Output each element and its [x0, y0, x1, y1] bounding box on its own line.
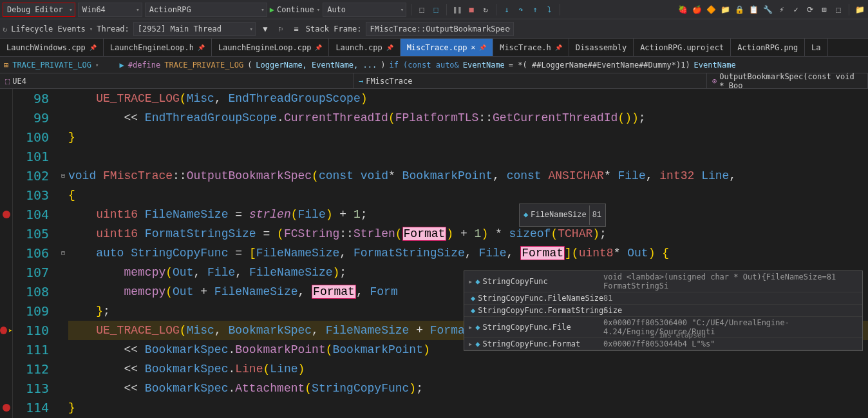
symbol-name[interactable]: TRACE_PRIVATE_LOG — [12, 61, 91, 70]
watch-row[interactable]: ▸◆ StringCopyFunc.Format0x00007ff8053044… — [464, 338, 862, 350]
tool-icon-j[interactable]: ⟳ — [804, 4, 816, 15]
tool-icon-e[interactable]: 🔒 — [733, 4, 745, 15]
code-line[interactable] — [68, 147, 868, 166]
tool-icon-k[interactable]: ⊞ — [818, 4, 830, 15]
step-icon[interactable]: ⤵ — [543, 4, 555, 15]
auto-dropdown[interactable]: Auto — [323, 3, 406, 17]
line-number: 100 — [13, 128, 49, 147]
fold-toggle-icon[interactable]: ⊟ — [58, 243, 68, 263]
code-line[interactable]: uint16 FormatStringSize = (FCString::Str… — [68, 224, 868, 243]
line-number: 112 — [13, 359, 49, 379]
stackframe-dropdown[interactable]: FMiscTrace::OutputBookmarkSpec — [366, 22, 514, 36]
tool-icon-d[interactable]: 📁 — [719, 4, 731, 15]
code-line[interactable]: } — [68, 398, 868, 417]
tool-icon-m[interactable]: 📁 — [854, 4, 865, 15]
line-number: 110 — [13, 321, 49, 340]
pin-icon[interactable]: 📌 — [555, 44, 562, 51]
tool-icon-i[interactable]: ✓ — [790, 4, 802, 15]
tab-misctrace-h[interactable]: MiscTrace.h📌 — [493, 39, 569, 56]
pin-icon[interactable]: 📌 — [90, 44, 97, 51]
restart-icon[interactable]: ↻ — [480, 4, 491, 15]
macro-params: LoggerName, EventName, ... — [256, 61, 377, 70]
tab-disassembly[interactable]: Disassembly — [569, 39, 634, 56]
context-bar: ⬚UE4 →FMiscTrace ⊙OutputBookmarkSpec(con… — [0, 73, 868, 89]
pin-icon[interactable]: 📌 — [386, 44, 393, 51]
lifecycle-dropdown[interactable]: Lifecycle Events — [11, 24, 86, 33]
line-number: 109 — [13, 301, 49, 321]
tab-launchwindows-cpp[interactable]: LaunchWindows.cpp📌 — [0, 39, 104, 56]
line-number: 104 — [13, 205, 49, 224]
code-line[interactable]: { — [68, 185, 868, 205]
pin-icon[interactable]: 📌 — [479, 44, 486, 51]
define-keyword: #define — [128, 61, 161, 70]
step-into-icon[interactable]: ↓ — [501, 4, 513, 15]
pin-icon[interactable]: 📌 — [315, 44, 322, 51]
tab-launch-cpp[interactable]: Launch.cpp📌 — [329, 39, 400, 56]
context-class[interactable]: →FMiscTrace — [354, 73, 707, 88]
context-method[interactable]: ⊙OutputBookmarkSpec(const void * Boo — [707, 73, 868, 88]
tab-misctrace-cpp[interactable]: MiscTrace.cpp✕📌 — [401, 39, 494, 56]
play-icon[interactable]: ▶ — [270, 5, 274, 14]
toolbar-icon-2[interactable]: ⬚ — [430, 4, 442, 15]
continue-button[interactable]: Continue — [277, 5, 314, 14]
watch-row[interactable]: ◆ StringCopyFunc.FormatStringSize6 — [464, 305, 862, 317]
tool-icon-c[interactable]: 🔶 — [705, 4, 717, 15]
fold-toggle-icon[interactable]: ⊟ — [58, 166, 68, 185]
close-icon[interactable]: ✕ — [471, 43, 476, 52]
watch-row[interactable]: ◆ StringCopyFunc.FileNameSize81 — [464, 292, 862, 305]
tab-launchengineloop-cpp[interactable]: LaunchEngineLoop.cpp📌 — [212, 39, 330, 56]
tab-launchengineloop-h[interactable]: LaunchEngineLoop.h📌 — [104, 39, 212, 56]
tool-icon-g[interactable]: 🔧 — [762, 4, 773, 15]
execution-arrow-icon: ➤ — [8, 327, 12, 334]
code-line[interactable]: << BookmarkSpec.Attachment(StringCopyFun… — [68, 379, 868, 398]
line-number: 107 — [13, 263, 49, 282]
tool-icon-h[interactable]: ⚡ — [776, 4, 788, 15]
main-toolbar: Debug Editor Win64 ActionRPG ▶ Continue … — [0, 0, 868, 19]
code-line[interactable]: << BookmarkSpec.Line(Line) — [68, 359, 868, 379]
breakpoint-icon[interactable] — [3, 211, 10, 218]
tool-icon-a[interactable]: 🍓 — [677, 4, 688, 15]
flag-icon[interactable]: ⚐ — [275, 23, 287, 35]
tab-actionrpg-uproject[interactable]: ActionRPG.uproject — [634, 39, 731, 56]
stop-icon[interactable]: ■ — [466, 4, 477, 15]
line-number: 111 — [13, 340, 49, 359]
macro-body-var: EventName — [463, 61, 505, 70]
macro-body-suffix: = *( ##LoggerName##EventName##Dummy*)1) — [509, 61, 690, 70]
pin-icon[interactable]: 📌 — [198, 44, 205, 51]
line-number: 114 — [13, 398, 49, 417]
line-number: 113 — [13, 379, 49, 398]
code-line[interactable]: UE_TRACE_LOG(Misc, EndThreadGroupScope) — [68, 89, 868, 108]
code-line[interactable]: } — [68, 128, 868, 147]
config-dropdown[interactable]: Debug Editor — [3, 3, 75, 17]
tool-icon-b[interactable]: 🍎 — [691, 4, 703, 15]
code-line[interactable]: uint16 FileNameSize = strlen(File) + 1; — [68, 205, 868, 224]
breakpoint-icon[interactable] — [0, 327, 7, 334]
thread-label: Thread: — [97, 24, 129, 33]
pause-icon[interactable]: ❚❚ — [451, 4, 463, 15]
tab-la[interactable]: La — [805, 39, 827, 56]
step-over-icon[interactable]: ↷ — [515, 4, 527, 15]
fold-gutter[interactable]: ⊟⊟ — [58, 89, 68, 418]
tool-icon-f[interactable]: 📋 — [748, 4, 759, 15]
breakpoint-gutter[interactable]: ➤ — [0, 89, 13, 418]
step-out-icon[interactable]: ↑ — [529, 4, 541, 15]
context-scope[interactable]: ⬚UE4 — [0, 73, 354, 88]
code-line[interactable]: void FMiscTrace::OutputBookmarkSpec(cons… — [68, 166, 868, 185]
platform-dropdown[interactable]: Win64 — [78, 3, 142, 17]
watch-row[interactable]: ▸◆ StringCopyFuncvoid <lambda>(unsigned … — [464, 271, 862, 292]
tab-actionrpg-png[interactable]: ActionRPG.png — [731, 39, 805, 56]
toolbar-icon-1[interactable]: ⬚ — [416, 4, 428, 15]
code-editor[interactable]: ➤ 98991001011021031041051061071081091101… — [0, 89, 868, 418]
line-number: 106 — [13, 243, 49, 263]
code-line[interactable]: auto StringCopyFunc = [FileNameSize, For… — [68, 243, 868, 263]
stack-icon[interactable]: ≡ — [290, 23, 302, 35]
code-line[interactable]: << EndThreadGroupScope.CurrentThreadId(F… — [68, 108, 868, 128]
project-dropdown[interactable]: ActionRPG — [145, 3, 267, 17]
breakpoint-icon[interactable] — [3, 404, 10, 412]
stackframe-label: Stack Frame: — [306, 24, 362, 33]
tool-icon-l[interactable]: ⬚ — [833, 4, 844, 15]
elapsed-label: ≤ 1ms elapsed — [650, 331, 706, 339]
thread-dropdown[interactable]: [2952] Main Thread — [133, 22, 256, 36]
code-area[interactable]: UE_TRACE_LOG(Misc, EndThreadGroupScope) … — [68, 89, 868, 418]
filter-icon[interactable]: ▼ — [259, 23, 271, 35]
